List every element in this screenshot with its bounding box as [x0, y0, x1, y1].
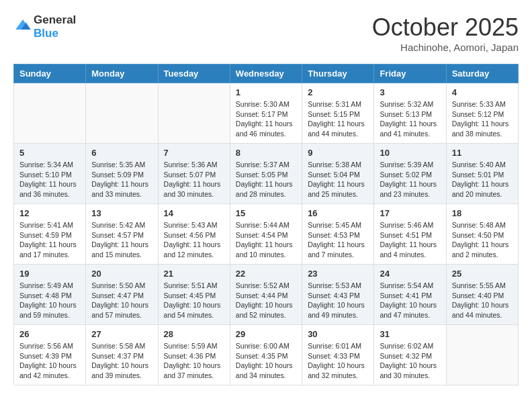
weekday-header-monday: Monday [86, 64, 158, 83]
day-number: 18 [452, 208, 513, 218]
calendar-cell: 26Sunrise: 5:56 AM Sunset: 4:39 PM Dayli… [14, 325, 86, 385]
calendar-cell: 30Sunrise: 6:01 AM Sunset: 4:33 PM Dayli… [302, 325, 374, 385]
page-header: General Blue October 2025 Hachinohe, Aom… [13, 13, 519, 53]
day-number: 26 [19, 329, 80, 339]
day-number: 17 [380, 208, 440, 218]
day-info: Sunrise: 5:45 AM Sunset: 4:53 PM Dayligh… [308, 220, 368, 260]
day-info: Sunrise: 5:30 AM Sunset: 5:17 PM Dayligh… [236, 99, 296, 139]
calendar-cell: 4Sunrise: 5:33 AM Sunset: 5:12 PM Daylig… [446, 83, 518, 144]
logo-icon [15, 17, 31, 34]
day-info: Sunrise: 5:39 AM Sunset: 5:02 PM Dayligh… [380, 160, 440, 199]
calendar-cell: 31Sunrise: 6:02 AM Sunset: 4:32 PM Dayli… [374, 325, 446, 385]
day-info: Sunrise: 5:40 AM Sunset: 5:01 PM Dayligh… [452, 160, 513, 199]
location: Hachinohe, Aomori, Japan [372, 42, 519, 53]
day-number: 3 [380, 87, 440, 97]
day-info: Sunrise: 5:48 AM Sunset: 4:50 PM Dayligh… [452, 220, 513, 260]
day-number: 28 [164, 329, 224, 339]
calendar-cell: 21Sunrise: 5:51 AM Sunset: 4:45 PM Dayli… [158, 265, 230, 325]
calendar-week-row: 5Sunrise: 5:34 AM Sunset: 5:10 PM Daylig… [14, 144, 519, 204]
calendar-cell: 19Sunrise: 5:49 AM Sunset: 4:48 PM Dayli… [14, 265, 86, 325]
day-number: 29 [236, 329, 296, 339]
calendar-cell [86, 83, 158, 144]
calendar-table: SundayMondayTuesdayWednesdayThursdayFrid… [13, 64, 519, 385]
logo: General Blue [13, 13, 76, 40]
day-info: Sunrise: 5:37 AM Sunset: 5:05 PM Dayligh… [236, 160, 296, 199]
day-number: 2 [308, 87, 368, 97]
calendar-cell: 3Sunrise: 5:32 AM Sunset: 5:13 PM Daylig… [374, 83, 446, 144]
calendar-cell: 16Sunrise: 5:45 AM Sunset: 4:53 PM Dayli… [302, 204, 374, 265]
day-number: 31 [380, 329, 440, 339]
day-number: 20 [91, 269, 152, 279]
day-number: 27 [91, 329, 152, 339]
day-number: 19 [19, 269, 80, 279]
calendar-cell: 1Sunrise: 5:30 AM Sunset: 5:17 PM Daylig… [230, 83, 302, 144]
day-info: Sunrise: 5:49 AM Sunset: 4:48 PM Dayligh… [19, 281, 80, 320]
day-info: Sunrise: 5:43 AM Sunset: 4:56 PM Dayligh… [164, 220, 224, 260]
day-info: Sunrise: 5:51 AM Sunset: 4:45 PM Dayligh… [164, 281, 224, 320]
day-info: Sunrise: 5:36 AM Sunset: 5:07 PM Dayligh… [164, 160, 224, 199]
weekday-header-thursday: Thursday [302, 64, 374, 83]
calendar-cell: 2Sunrise: 5:31 AM Sunset: 5:15 PM Daylig… [302, 83, 374, 144]
day-info: Sunrise: 5:32 AM Sunset: 5:13 PM Dayligh… [380, 99, 440, 139]
day-info: Sunrise: 5:56 AM Sunset: 4:39 PM Dayligh… [19, 341, 80, 381]
day-info: Sunrise: 5:35 AM Sunset: 5:09 PM Dayligh… [91, 160, 152, 199]
calendar-cell: 23Sunrise: 5:53 AM Sunset: 4:43 PM Dayli… [302, 265, 374, 325]
day-number: 12 [19, 208, 80, 218]
day-info: Sunrise: 6:02 AM Sunset: 4:32 PM Dayligh… [380, 341, 440, 381]
month-title: October 2025 [372, 13, 519, 42]
day-info: Sunrise: 5:46 AM Sunset: 4:51 PM Dayligh… [380, 220, 440, 260]
calendar-cell: 13Sunrise: 5:42 AM Sunset: 4:57 PM Dayli… [86, 204, 158, 265]
calendar-week-row: 19Sunrise: 5:49 AM Sunset: 4:48 PM Dayli… [14, 265, 519, 325]
day-number: 25 [452, 269, 513, 279]
title-section: October 2025 Hachinohe, Aomori, Japan [372, 13, 519, 53]
weekday-header-friday: Friday [374, 64, 446, 83]
calendar-cell: 29Sunrise: 6:00 AM Sunset: 4:35 PM Dayli… [230, 325, 302, 385]
logo-general: General [34, 13, 76, 27]
calendar-cell: 7Sunrise: 5:36 AM Sunset: 5:07 PM Daylig… [158, 144, 230, 204]
day-number: 10 [380, 148, 440, 158]
day-info: Sunrise: 5:34 AM Sunset: 5:10 PM Dayligh… [19, 160, 80, 199]
calendar-cell: 12Sunrise: 5:41 AM Sunset: 4:59 PM Dayli… [14, 204, 86, 265]
calendar-cell: 8Sunrise: 5:37 AM Sunset: 5:05 PM Daylig… [230, 144, 302, 204]
calendar-cell: 9Sunrise: 5:38 AM Sunset: 5:04 PM Daylig… [302, 144, 374, 204]
day-number: 13 [91, 208, 152, 218]
day-number: 15 [236, 208, 296, 218]
day-number: 8 [236, 148, 296, 158]
day-info: Sunrise: 5:41 AM Sunset: 4:59 PM Dayligh… [19, 220, 80, 260]
calendar-cell: 24Sunrise: 5:54 AM Sunset: 4:41 PM Dayli… [374, 265, 446, 325]
calendar-cell: 17Sunrise: 5:46 AM Sunset: 4:51 PM Dayli… [374, 204, 446, 265]
calendar-cell: 25Sunrise: 5:55 AM Sunset: 4:40 PM Dayli… [446, 265, 518, 325]
day-info: Sunrise: 6:01 AM Sunset: 4:33 PM Dayligh… [308, 341, 368, 381]
calendar-cell: 18Sunrise: 5:48 AM Sunset: 4:50 PM Dayli… [446, 204, 518, 265]
day-number: 5 [19, 148, 80, 158]
day-info: Sunrise: 5:55 AM Sunset: 4:40 PM Dayligh… [452, 281, 513, 320]
day-number: 9 [308, 148, 368, 158]
calendar-cell: 14Sunrise: 5:43 AM Sunset: 4:56 PM Dayli… [158, 204, 230, 265]
calendar-cell [158, 83, 230, 144]
day-info: Sunrise: 5:33 AM Sunset: 5:12 PM Dayligh… [452, 99, 513, 139]
day-info: Sunrise: 5:53 AM Sunset: 4:43 PM Dayligh… [308, 281, 368, 320]
day-number: 16 [308, 208, 368, 218]
calendar-cell: 6Sunrise: 5:35 AM Sunset: 5:09 PM Daylig… [86, 144, 158, 204]
weekday-header-saturday: Saturday [446, 64, 518, 83]
calendar-cell: 28Sunrise: 5:59 AM Sunset: 4:36 PM Dayli… [158, 325, 230, 385]
day-info: Sunrise: 6:00 AM Sunset: 4:35 PM Dayligh… [236, 341, 296, 381]
calendar-cell: 20Sunrise: 5:50 AM Sunset: 4:47 PM Dayli… [86, 265, 158, 325]
day-info: Sunrise: 5:42 AM Sunset: 4:57 PM Dayligh… [91, 220, 152, 260]
calendar-cell: 27Sunrise: 5:58 AM Sunset: 4:37 PM Dayli… [86, 325, 158, 385]
day-info: Sunrise: 5:58 AM Sunset: 4:37 PM Dayligh… [91, 341, 152, 381]
day-info: Sunrise: 5:31 AM Sunset: 5:15 PM Dayligh… [308, 99, 368, 139]
calendar-cell: 22Sunrise: 5:52 AM Sunset: 4:44 PM Dayli… [230, 265, 302, 325]
day-info: Sunrise: 5:44 AM Sunset: 4:54 PM Dayligh… [236, 220, 296, 260]
day-number: 7 [164, 148, 224, 158]
calendar-week-row: 1Sunrise: 5:30 AM Sunset: 5:17 PM Daylig… [14, 83, 519, 144]
day-number: 4 [452, 87, 513, 97]
calendar-week-row: 26Sunrise: 5:56 AM Sunset: 4:39 PM Dayli… [14, 325, 519, 385]
calendar-cell: 5Sunrise: 5:34 AM Sunset: 5:10 PM Daylig… [14, 144, 86, 204]
weekday-header-tuesday: Tuesday [158, 64, 230, 83]
logo-blue: Blue [34, 27, 76, 40]
day-info: Sunrise: 5:52 AM Sunset: 4:44 PM Dayligh… [236, 281, 296, 320]
calendar-cell: 10Sunrise: 5:39 AM Sunset: 5:02 PM Dayli… [374, 144, 446, 204]
day-number: 6 [91, 148, 152, 158]
day-info: Sunrise: 5:59 AM Sunset: 4:36 PM Dayligh… [164, 341, 224, 381]
